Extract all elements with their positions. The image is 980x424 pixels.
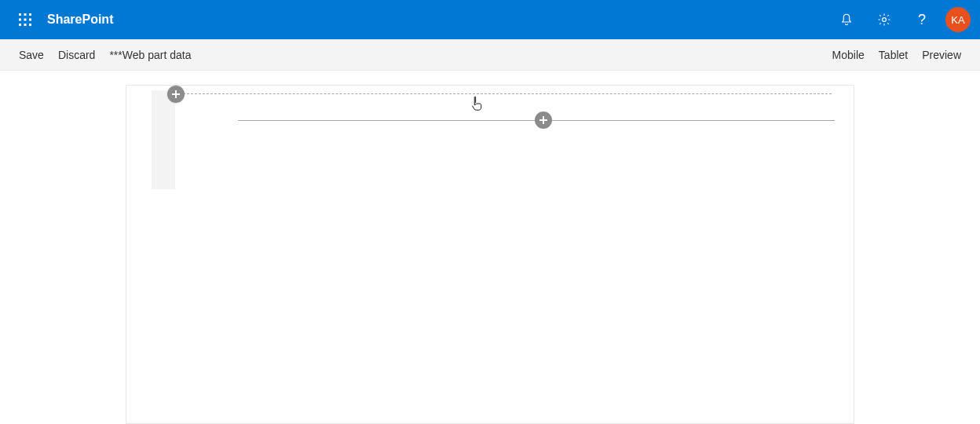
- brand-title[interactable]: SharePoint: [47, 13, 113, 27]
- notifications-button[interactable]: [828, 1, 865, 38]
- svg-rect-5: [29, 19, 31, 21]
- svg-point-9: [883, 18, 887, 22]
- svg-rect-3: [19, 19, 21, 21]
- tablet-view-button[interactable]: Tablet: [879, 49, 908, 61]
- svg-rect-6: [19, 24, 21, 26]
- section-handle[interactable]: [152, 90, 175, 189]
- waffle-icon: [19, 13, 31, 26]
- help-button[interactable]: ?: [903, 1, 941, 38]
- user-avatar[interactable]: KA: [945, 7, 971, 32]
- help-icon: ?: [918, 12, 926, 28]
- save-button[interactable]: Save: [19, 49, 44, 61]
- svg-rect-7: [24, 24, 27, 26]
- suite-bar: SharePoint ? KA: [0, 0, 980, 39]
- canvas-container: [0, 71, 980, 424]
- app-launcher-button[interactable]: [6, 1, 44, 38]
- settings-button[interactable]: [865, 1, 903, 38]
- add-webpart-button[interactable]: [535, 111, 552, 129]
- section-top-border: [175, 93, 832, 94]
- gear-icon: [877, 13, 891, 27]
- svg-rect-4: [24, 19, 27, 21]
- add-section-button[interactable]: [167, 86, 185, 103]
- svg-rect-8: [29, 24, 31, 26]
- plus-icon: [539, 115, 548, 125]
- command-bar-left: Save Discard ***Web part data: [19, 49, 191, 61]
- command-bar: Save Discard ***Web part data Mobile Tab…: [0, 39, 980, 71]
- section[interactable]: [152, 90, 832, 192]
- plus-icon: [171, 90, 181, 99]
- bell-icon: [839, 13, 854, 27]
- mobile-view-button[interactable]: Mobile: [832, 49, 865, 61]
- svg-rect-0: [19, 13, 21, 16]
- webpart-data-button[interactable]: ***Web part data: [109, 49, 191, 61]
- command-bar-right: Mobile Tablet Preview: [832, 49, 961, 61]
- webpart-insertion-zone[interactable]: [238, 120, 835, 121]
- discard-button[interactable]: Discard: [58, 49, 95, 61]
- page-canvas[interactable]: [126, 85, 854, 424]
- avatar-initials: KA: [951, 14, 964, 26]
- svg-rect-1: [24, 13, 27, 16]
- preview-button[interactable]: Preview: [922, 49, 961, 61]
- svg-rect-2: [29, 13, 31, 16]
